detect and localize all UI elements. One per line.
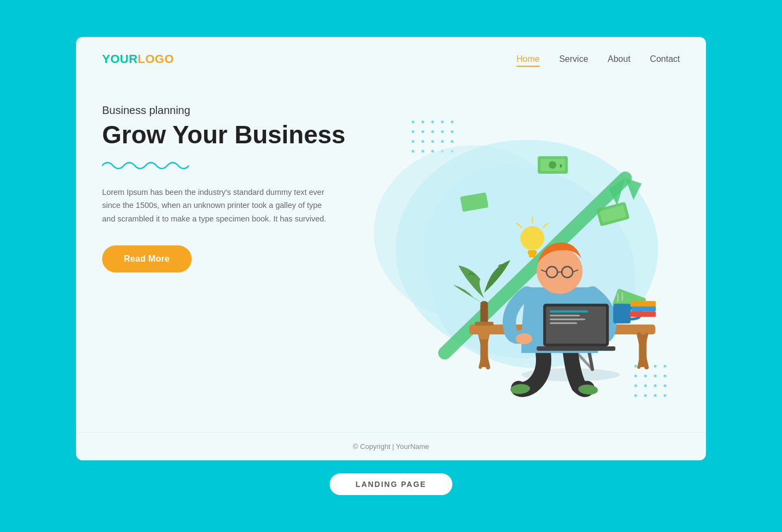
svg-rect-48 (537, 346, 615, 351)
nav-links: Home Service About Contact (516, 54, 680, 64)
svg-point-7 (548, 161, 556, 169)
svg-rect-51 (632, 306, 655, 312)
svg-rect-46 (550, 319, 585, 320)
hero-left: Business planning Grow Your Business Lor… (102, 88, 363, 273)
svg-text:$: $ (559, 163, 562, 168)
svg-point-13 (520, 226, 544, 250)
logo-part1: YOUR (102, 52, 138, 66)
hero-section: Business planning Grow Your Business Lor… (76, 77, 706, 432)
svg-point-54 (480, 301, 488, 307)
hero-subtitle: Business planning (102, 104, 363, 117)
svg-point-34 (516, 333, 532, 344)
nav-item-about[interactable]: About (608, 54, 630, 64)
navbar: YOURLOGO Home Service About Contact (76, 37, 706, 77)
logo-part2: LOGO (138, 52, 174, 66)
landing-page-label: LANDING PAGE (330, 473, 452, 495)
svg-rect-47 (550, 322, 577, 324)
hero-right: $ (363, 88, 680, 432)
svg-rect-52 (630, 301, 655, 307)
svg-rect-55 (475, 322, 493, 326)
page-wrapper: YOURLOGO Home Service About Contact Busi… (76, 37, 706, 460)
svg-rect-15 (529, 255, 535, 257)
nav-item-service[interactable]: Service (559, 54, 588, 64)
nav-item-home[interactable]: Home (516, 54, 540, 64)
wavy-decoration (102, 160, 363, 174)
hero-title: Grow Your Business (102, 121, 363, 149)
svg-rect-14 (528, 250, 537, 255)
copyright-text: © Copyright | YourName (353, 442, 429, 451)
nav-item-contact[interactable]: Contact (650, 54, 680, 64)
svg-rect-49 (613, 304, 630, 324)
nav-link-about[interactable]: About (608, 54, 630, 64)
svg-rect-50 (629, 312, 655, 317)
nav-link-home[interactable]: Home (516, 54, 540, 67)
footer: © Copyright | YourName (76, 432, 706, 460)
hero-illustration: $ (363, 88, 680, 432)
svg-rect-45 (550, 315, 579, 316)
nav-link-service[interactable]: Service (559, 54, 588, 64)
hero-description: Lorem Ipsum has been the industry's stan… (102, 186, 330, 226)
logo: YOURLOGO (102, 52, 174, 66)
nav-link-contact[interactable]: Contact (650, 54, 680, 64)
read-more-button[interactable]: Read More (102, 245, 192, 273)
svg-rect-44 (550, 311, 588, 313)
